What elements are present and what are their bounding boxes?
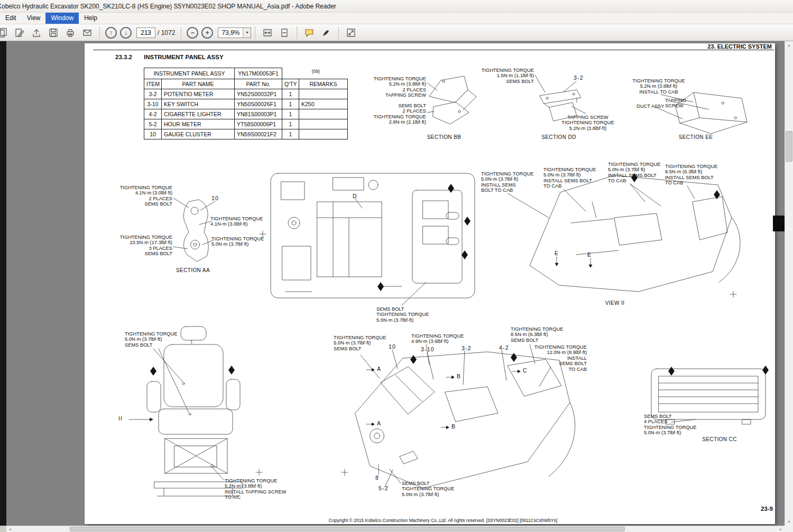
torque-annotation: SEMS BOLTTIGHTENING TORQUE5.0N·m (3.7lbf… — [402, 481, 454, 497]
item-callout: E — [555, 250, 559, 256]
torque-annotation: TIGHTENING TORQUE4.1N·m (3.0lbf·ft) — [210, 216, 263, 227]
print-button[interactable] — [63, 26, 77, 40]
torque-annotation: TAPPING SCREWTIGHTENING TORQUE5.2N·m (3.… — [561, 115, 614, 131]
item-callout: 10 — [389, 344, 396, 349]
comment-button[interactable] — [302, 26, 316, 40]
fit-width-button[interactable] — [261, 26, 274, 40]
previous-page-button[interactable]: ↑ — [105, 27, 117, 39]
section-label: SECTION DD — [541, 134, 576, 140]
item-callout: 10 — [211, 195, 219, 201]
section-label: VIEW II — [605, 300, 625, 306]
save-icon — [48, 27, 59, 38]
section-label: SECTION CC — [702, 436, 737, 442]
print-icon — [65, 27, 76, 38]
torque-annotation: SEMS BOLT2 PLACESTIGHTENING TORQUE2.8N·m… — [374, 103, 426, 125]
toolbar-separator — [297, 26, 297, 39]
scroll-left-icon[interactable]: ◄ — [6, 526, 14, 532]
item-callout: 8 — [375, 475, 379, 480]
pdf-page: 23. ELECTRIC SYSTEM 23.3.2 INSTRUMENT PA… — [85, 43, 775, 524]
left-panel-footer — [0, 526, 6, 532]
save-button[interactable] — [47, 26, 60, 40]
diagram-line-art — [85, 43, 775, 523]
item-callout: B — [451, 424, 456, 429]
vertical-scrollbar[interactable]: ▲ ▼ — [785, 41, 793, 526]
torque-annotation: DUCT ASSY — [637, 104, 665, 109]
item-callout: B — [457, 374, 461, 379]
page-view-button[interactable] — [0, 26, 10, 40]
vertical-scroll-thumb[interactable] — [786, 131, 792, 162]
zoom-level-select[interactable]: 73,9% ▼ — [218, 27, 251, 38]
share-icon — [31, 27, 42, 38]
adobe-reader-window: Kobelco Hydraulic Excavator SK200_SK210L… — [0, 0, 793, 532]
item-callout: 3-10 — [421, 347, 435, 352]
menu-window[interactable]: Window — [45, 13, 79, 24]
menu-view[interactable]: View — [22, 13, 46, 24]
item-callout: E — [587, 252, 592, 257]
torque-annotation: TIGHTENING TORQUE5.2N·m (3.8lbf·ft)INSTA… — [225, 478, 286, 500]
horizontal-scrollbar[interactable]: ◄ ► — [6, 526, 785, 532]
torque-annotation: TIGHTENING TORQUE1.5N·m (1.1lbf·ft)SEMS … — [482, 68, 534, 84]
scroll-down-icon[interactable]: ▼ — [785, 518, 793, 526]
torque-annotation: TIGHTENING TORQUE5.2N·m (3.8lbf·ft)INSTA… — [632, 78, 685, 95]
page-number-input[interactable] — [136, 27, 155, 38]
section-label: SECTION EE — [679, 134, 713, 140]
scroll-up-icon[interactable]: ▲ — [785, 41, 793, 49]
email-icon — [82, 27, 93, 38]
item-callout: 4-2 — [499, 345, 509, 350]
minus-icon: − — [191, 30, 195, 36]
zoom-value: 73,9% — [218, 29, 243, 36]
scrollbar-corner — [785, 526, 793, 532]
fullscreen-button[interactable] — [344, 26, 358, 40]
scroll-right-icon[interactable]: ► — [777, 526, 785, 532]
torque-annotation: TIGHTENING TORQUE4.9N·m (3.6lbf·ft) — [411, 333, 464, 344]
torque-annotation: TIGHTENING TORQUE5.0N·m (3.7lbf·ft)SEMS … — [334, 335, 386, 351]
torque-annotation: TIGHTENING TORQUE5.0N·m (3.7lbf·ft) — [211, 236, 264, 247]
down-arrow-icon: ↓ — [124, 30, 127, 36]
sign-button[interactable] — [319, 26, 333, 40]
toolbar-separator — [99, 26, 100, 39]
fit-page-icon — [279, 27, 290, 38]
page-count-label: / 1072 — [158, 29, 175, 36]
comment-bubble-icon — [304, 27, 315, 38]
left-panel-strip — [0, 41, 6, 526]
menu-edit[interactable]: Edit — [0, 13, 22, 24]
horizontal-scroll-thumb[interactable] — [70, 527, 625, 531]
item-callout: 3-2 — [574, 75, 584, 80]
item-callout: II — [118, 416, 123, 421]
fill-sign-button[interactable] — [13, 26, 26, 40]
item-callout: 3-2 — [462, 346, 472, 351]
torque-annotation: TIGHTENING TORQUE23.5N·m (17.3lbf·ft)3 P… — [120, 235, 172, 257]
document-area: 23. ELECTRIC SYSTEM 23.3.2 INSTRUMENT PA… — [0, 41, 793, 532]
menubar: EditViewWindowHelp — [0, 13, 793, 24]
menu-help[interactable]: Help — [79, 13, 103, 24]
zoom-in-button[interactable]: + — [201, 27, 213, 39]
menu-items: EditViewWindowHelp — [0, 13, 103, 24]
up-arrow-icon: ↑ — [109, 30, 113, 36]
torque-annotation: TIGHTENING TORQUE5.0N·m (3.7lbf·ft)INSTA… — [481, 171, 533, 193]
item-callout: A — [377, 366, 381, 371]
toolbar-separator — [181, 26, 181, 39]
toolbar-separator — [338, 26, 339, 39]
dropdown-caret-icon[interactable]: ▼ — [243, 28, 251, 38]
page-number: 23-9 — [761, 506, 773, 512]
sign-pen-icon — [321, 27, 331, 38]
fullscreen-icon — [346, 27, 356, 38]
share-button[interactable] — [30, 26, 43, 40]
toolbar-separator — [255, 26, 255, 39]
chapter-index-tab — [773, 216, 785, 231]
copyright-footer: Copyright © 2015 Kobelco Construction Ma… — [329, 518, 557, 523]
titlebar: Kobelco Hydraulic Excavator SK200_SK210L… — [0, 0, 793, 13]
pages-icon — [0, 27, 8, 38]
email-button[interactable] — [80, 26, 94, 40]
section-label: SECTION AA — [176, 267, 210, 273]
fit-width-icon — [262, 27, 273, 38]
item-callout: A — [377, 421, 381, 426]
torque-annotation: SEMS BOLT4 PLACESTIGHTENING TORQUE5.0N·m… — [644, 414, 696, 436]
item-callout: C — [523, 368, 528, 373]
zoom-out-button[interactable]: − — [187, 27, 198, 39]
torque-annotation: TIGHTENING TORQUE4.1N·m (3.0lbf·ft)2 PLA… — [120, 185, 172, 207]
torque-annotation: TIGHTENING TORQUE5.2N·m (3.8lbf·ft)2 PLA… — [374, 76, 426, 98]
toolbar: ↑ ↓ / 1072 − + 73,9% ▼ — [0, 24, 793, 41]
fit-page-button[interactable] — [278, 26, 291, 40]
next-page-button[interactable]: ↓ — [120, 27, 132, 39]
